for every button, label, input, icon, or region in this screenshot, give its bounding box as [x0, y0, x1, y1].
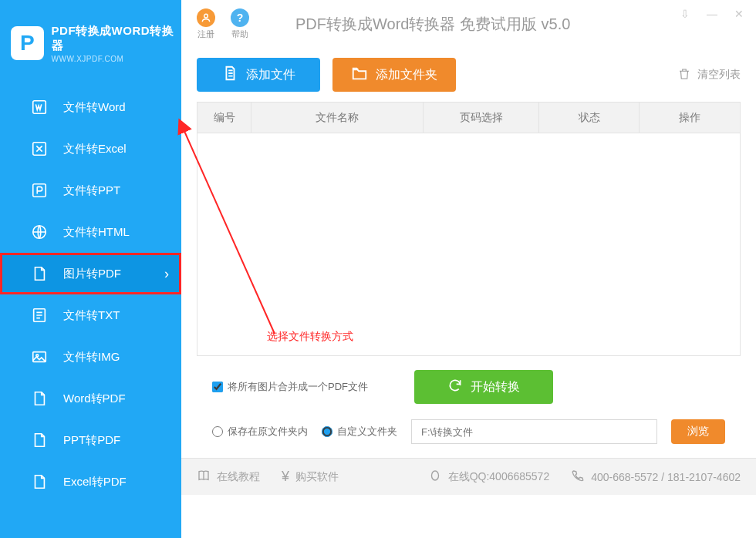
- add-folder-button[interactable]: 添加文件夹: [332, 58, 456, 92]
- th-pages: 页码选择: [424, 103, 539, 133]
- annotation-text: 选择文件转换方式: [267, 330, 353, 344]
- sidebar-item-label: PPT转PDF: [63, 433, 120, 448]
- footer-tutorial[interactable]: 在线教程: [197, 469, 260, 485]
- add-file-label: 添加文件: [246, 67, 295, 83]
- refresh-icon: [447, 378, 463, 396]
- svg-point-7: [204, 14, 208, 18]
- close-button[interactable]: ✕: [734, 8, 744, 20]
- sidebar-item-ppt[interactable]: 文件转PPT: [0, 170, 181, 211]
- radio-custom-folder[interactable]: 自定义文件夹: [322, 425, 397, 439]
- start-convert-button[interactable]: 开始转换: [414, 370, 553, 404]
- footer-tutorial-label: 在线教程: [217, 470, 260, 484]
- start-convert-label: 开始转换: [471, 379, 520, 395]
- question-icon: ?: [231, 8, 249, 27]
- help-label: 帮助: [231, 29, 248, 40]
- ppt-icon: [31, 182, 48, 199]
- clear-list-button[interactable]: 清空列表: [677, 67, 741, 83]
- browse-button[interactable]: 浏览: [671, 419, 725, 444]
- footer-qq[interactable]: 在线QQ:4006685572: [428, 469, 550, 485]
- svg-point-9: [431, 471, 438, 480]
- options-row: 将所有图片合并成一个PDF文件 开始转换: [181, 356, 756, 412]
- book-icon: [197, 469, 211, 485]
- register-button[interactable]: 注册: [197, 8, 215, 40]
- merge-checkbox-input[interactable]: [212, 382, 223, 392]
- titlebar: 注册 ? 帮助 PDF转换成Word转换器 免费试用版 v5.0 ⇩ — ✕: [181, 0, 756, 48]
- logo-subtitle: WWW.XJPDF.COM: [52, 55, 181, 63]
- radio-same-label: 保存在原文件夹内: [228, 425, 308, 439]
- yen-icon: ¥: [282, 469, 289, 485]
- radio-same-input[interactable]: [212, 426, 223, 437]
- sidebar-item-html[interactable]: 文件转HTML: [0, 211, 181, 253]
- sidebar-item-label: 文件转PPT: [63, 183, 120, 198]
- svg-line-8: [184, 129, 275, 334]
- browse-label: 浏览: [687, 425, 709, 439]
- file-table: 编号 文件名称 页码选择 状态 操作 选择文件转换方式: [197, 102, 741, 356]
- sidebar-item-label: 文件转Excel: [63, 142, 127, 156]
- main-panel: 注册 ? 帮助 PDF转换成Word转换器 免费试用版 v5.0 ⇩ — ✕ 添…: [181, 0, 756, 538]
- footer: 在线教程 ¥ 购买软件 在线QQ:4006685572 400-668-5572…: [181, 458, 756, 495]
- save-row: 保存在原文件夹内 自定义文件夹 浏览: [181, 412, 756, 458]
- pdf-icon: [31, 473, 48, 490]
- sidebar-item-img[interactable]: 文件转IMG: [0, 336, 181, 378]
- add-file-button[interactable]: 添加文件: [197, 58, 320, 92]
- radio-custom-input[interactable]: [322, 426, 332, 437]
- clear-list-label: 清空列表: [697, 68, 741, 82]
- sidebar-item-label: 文件转HTML: [63, 225, 130, 240]
- sidebar-item-txt[interactable]: 文件转TXT: [0, 294, 181, 336]
- trash-icon: [677, 67, 691, 83]
- sidebar: P PDF转换成WORD转换器 WWW.XJPDF.COM 文件转Word 文件…: [0, 0, 181, 538]
- th-action: 操作: [640, 103, 740, 133]
- nav-list: 文件转Word 文件转Excel 文件转PPT 文件转HTML 图片转PDF ›: [0, 86, 181, 503]
- qq-icon: [428, 469, 442, 485]
- minimize-button[interactable]: —: [707, 8, 717, 20]
- sidebar-item-label: Word转PDF: [63, 392, 126, 406]
- footer-phone-label: 400-668-5572 / 181-2107-4602: [591, 471, 741, 483]
- pdf-icon: [31, 390, 48, 407]
- pin-button[interactable]: ⇩: [680, 8, 690, 20]
- sidebar-item-word[interactable]: 文件转Word: [0, 86, 181, 128]
- logo-title: PDF转换成WORD转换器: [52, 24, 181, 53]
- html-icon: [31, 224, 48, 240]
- chevron-right-icon: ›: [164, 266, 169, 282]
- table-header: 编号 文件名称 页码选择 状态 操作: [197, 103, 740, 133]
- register-label: 注册: [197, 29, 214, 40]
- word-icon: [31, 99, 48, 116]
- sidebar-item-label: 文件转IMG: [63, 350, 120, 365]
- sidebar-item-label: Excel转PDF: [63, 475, 127, 489]
- logo-icon: P: [11, 26, 44, 60]
- sidebar-item-excel-to-pdf[interactable]: Excel转PDF: [0, 461, 181, 503]
- phone-icon: [571, 469, 585, 485]
- footer-buy-label: 购买软件: [295, 470, 339, 484]
- folder-icon: [351, 65, 368, 85]
- annotation-arrow: [182, 126, 305, 349]
- path-input[interactable]: [411, 419, 657, 444]
- svg-rect-2: [33, 184, 46, 197]
- help-button[interactable]: ? 帮助: [231, 8, 249, 40]
- sidebar-item-ppt-to-pdf[interactable]: PPT转PDF: [0, 419, 181, 461]
- th-status: 状态: [539, 103, 640, 133]
- app-title: PDF转换成Word转换器 免费试用版 v5.0: [295, 14, 570, 35]
- radio-custom-label: 自定义文件夹: [337, 425, 397, 439]
- sidebar-item-excel[interactable]: 文件转Excel: [0, 128, 181, 170]
- radio-same-folder[interactable]: 保存在原文件夹内: [212, 425, 308, 439]
- th-num: 编号: [197, 103, 251, 133]
- logo-area: P PDF转换成WORD转换器 WWW.XJPDF.COM: [0, 0, 181, 86]
- txt-icon: [31, 307, 48, 324]
- sidebar-item-label: 图片转PDF: [63, 267, 121, 281]
- footer-buy[interactable]: ¥ 购买软件: [282, 469, 339, 485]
- sidebar-item-label: 文件转Word: [63, 100, 126, 115]
- th-name: 文件名称: [251, 103, 424, 133]
- footer-phone[interactable]: 400-668-5572 / 181-2107-4602: [571, 469, 741, 485]
- sidebar-item-label: 文件转TXT: [63, 308, 120, 323]
- pdf-icon: [31, 265, 48, 282]
- merge-checkbox[interactable]: 将所有图片合并成一个PDF文件: [212, 380, 368, 394]
- sidebar-item-img-to-pdf[interactable]: 图片转PDF ›: [0, 253, 181, 294]
- table-body[interactable]: 选择文件转换方式: [197, 133, 740, 355]
- add-folder-label: 添加文件夹: [376, 67, 437, 83]
- sidebar-item-word-to-pdf[interactable]: Word转PDF: [0, 378, 181, 419]
- file-icon: [221, 65, 238, 85]
- image-icon: [31, 348, 48, 365]
- toolbar: 添加文件 添加文件夹 清空列表: [181, 48, 756, 102]
- pdf-icon: [31, 432, 48, 449]
- excel-icon: [31, 140, 48, 157]
